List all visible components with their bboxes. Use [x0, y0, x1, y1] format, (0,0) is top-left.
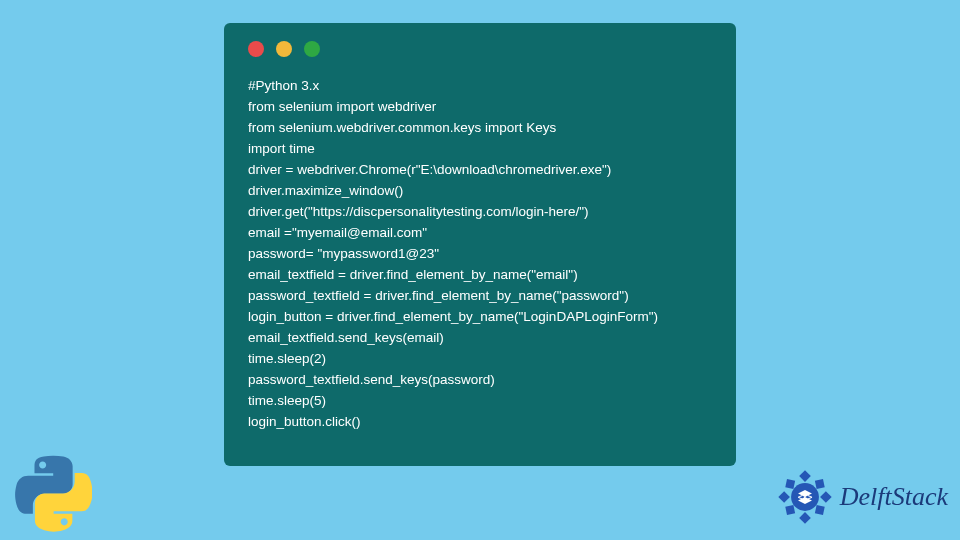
delftstack-branding: </> DelftStack — [776, 468, 948, 526]
python-logo-icon — [14, 454, 92, 532]
code-block: #Python 3.x from selenium import webdriv… — [248, 75, 712, 432]
svg-text:</>: </> — [797, 492, 812, 502]
window-minimize-icon — [276, 41, 292, 57]
svg-marker-2 — [778, 491, 790, 503]
traffic-lights — [248, 41, 712, 57]
delftstack-badge-icon: </> — [776, 468, 834, 526]
svg-marker-7 — [815, 505, 825, 515]
svg-marker-4 — [785, 479, 795, 489]
svg-marker-0 — [799, 470, 811, 482]
window-close-icon — [248, 41, 264, 57]
svg-marker-1 — [799, 512, 811, 524]
code-window: #Python 3.x from selenium import webdriv… — [224, 23, 736, 466]
svg-marker-6 — [785, 505, 795, 515]
svg-marker-3 — [820, 491, 832, 503]
delftstack-site-name: DelftStack — [840, 482, 948, 512]
window-maximize-icon — [304, 41, 320, 57]
svg-marker-5 — [815, 479, 825, 489]
